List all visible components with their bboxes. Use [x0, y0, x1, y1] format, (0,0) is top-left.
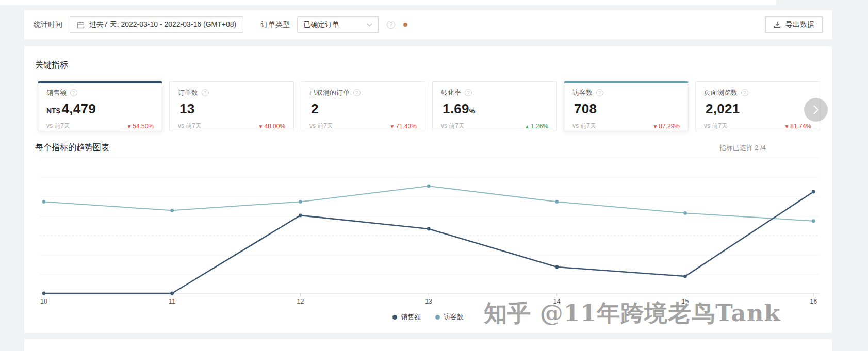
trend-chart-svg: 10111213141516: [24, 151, 832, 310]
watermark: 知乎 @11年跨境老鸟Tank: [484, 298, 781, 329]
filter-toolbar: 统计时间 过去7 天: 2022-03-10 - 2022-03-16 (GMT…: [24, 10, 832, 39]
change-badge: ▼87.29%: [652, 123, 680, 130]
sales-legend-label: 销售额: [401, 312, 421, 322]
sales-legend-dot-icon: [392, 315, 397, 320]
dashboard-screen: 统计时间 过去7 天: 2022-03-10 - 2022-03-16 (GMT…: [0, 0, 868, 351]
svg-text:10: 10: [40, 298, 47, 305]
help-icon[interactable]: ?: [387, 21, 395, 29]
metric-label: 已取消的订单: [309, 88, 350, 97]
export-data-button[interactable]: 导出数据: [765, 16, 823, 33]
metric-label: 销售额: [46, 88, 67, 97]
change-badge: ▼48.00%: [258, 123, 285, 130]
help-icon[interactable]: ?: [70, 89, 77, 96]
metric-card[interactable]: 订单数 ? 13 vs 前7天 ▼48.00%: [169, 81, 294, 131]
trend-chart: 10111213141516: [24, 151, 832, 310]
trend-arrow-icon: ▼: [652, 124, 658, 129]
next-section-panel: [24, 339, 832, 351]
metric-label: 访客数: [572, 88, 593, 97]
change-badge: ▼71.43%: [389, 123, 417, 130]
notification-dot: [403, 23, 407, 27]
top-strip: [0, 0, 776, 5]
change-badge: ▼54.50%: [126, 123, 154, 130]
export-data-label: 导出数据: [785, 20, 814, 29]
metric-card[interactable]: 访客数 ? 708 vs 前7天 ▼87.29%: [564, 81, 689, 131]
metric-cards-row: 销售额 ? NT$4,479 vs 前7天 ▼54.50% 订单数 ? 13 v…: [38, 81, 820, 131]
compare-label: vs 前7天: [309, 122, 333, 130]
order-type-select[interactable]: 已确定订单: [297, 16, 379, 33]
compare-label: vs 前7天: [46, 122, 70, 130]
help-icon[interactable]: ?: [465, 89, 472, 96]
svg-text:13: 13: [425, 298, 432, 305]
compare-label: vs 前7天: [441, 122, 465, 130]
metric-value: 13: [178, 101, 285, 117]
calendar-icon: [77, 21, 85, 29]
chevron-right-icon: [813, 105, 819, 115]
metric-card[interactable]: 页面浏览数 ? 2,021 vs 前7天 ▼81.74%: [695, 81, 820, 131]
date-range-picker[interactable]: 过去7 天: 2022-03-10 - 2022-03-16 (GMT+08): [70, 16, 243, 33]
svg-text:12: 12: [297, 298, 304, 305]
order-type-label: 订单类型: [261, 20, 290, 29]
metric-value: 2: [309, 101, 417, 117]
change-badge: ▲1.26%: [525, 123, 548, 130]
svg-text:16: 16: [810, 298, 817, 305]
metric-value: NT$4,479: [46, 101, 154, 117]
compare-label: vs 前7天: [178, 122, 202, 130]
legend-item-visitors[interactable]: 访客数: [435, 312, 464, 322]
help-icon[interactable]: ?: [596, 89, 603, 96]
visitors-legend-label: 访客数: [444, 312, 464, 322]
metric-label: 转化率: [441, 88, 461, 97]
help-icon[interactable]: ?: [741, 89, 748, 96]
trend-arrow-icon: ▼: [126, 124, 132, 129]
chevron-down-icon: [367, 23, 372, 27]
order-type-value: 已确定订单: [303, 20, 339, 29]
analytics-panel: 关键指标 销售额 ? NT$4,479 vs 前7天 ▼54.50% 订单数 ?…: [24, 46, 832, 333]
compare-label: vs 前7天: [704, 122, 728, 130]
metric-value: 708: [572, 101, 680, 117]
metric-label: 订单数: [178, 88, 198, 97]
metric-value: 2,021: [704, 101, 811, 117]
visitors-legend-dot-icon: [435, 315, 440, 320]
date-range-value: 过去7 天: 2022-03-10 - 2022-03-16 (GMT+08): [89, 20, 236, 29]
help-icon[interactable]: ?: [202, 89, 209, 96]
download-icon: [774, 21, 781, 28]
help-icon[interactable]: ?: [353, 89, 361, 96]
metric-card[interactable]: 转化率 ? 1.69% vs 前7天 ▲1.26%: [432, 81, 557, 131]
metric-value: 1.69%: [441, 101, 548, 117]
metric-label: 页面浏览数: [704, 88, 738, 97]
trend-arrow-icon: ▼: [389, 124, 395, 129]
trend-arrow-icon: ▼: [784, 124, 789, 129]
key-metrics-title: 关键指标: [35, 60, 68, 71]
legend-item-sales[interactable]: 销售额: [392, 312, 421, 322]
time-filter-label: 统计时间: [34, 20, 62, 29]
compare-label: vs 前7天: [572, 122, 596, 130]
change-badge: ▼81.74%: [784, 123, 811, 130]
svg-text:11: 11: [169, 298, 175, 305]
carousel-next-button[interactable]: [804, 98, 828, 122]
metric-card[interactable]: 销售额 ? NT$4,479 vs 前7天 ▼54.50%: [38, 81, 162, 131]
metric-card[interactable]: 已取消的订单 ? 2 vs 前7天 ▼71.43%: [301, 81, 425, 131]
trend-arrow-icon: ▲: [525, 124, 530, 129]
trend-arrow-icon: ▼: [258, 124, 263, 129]
